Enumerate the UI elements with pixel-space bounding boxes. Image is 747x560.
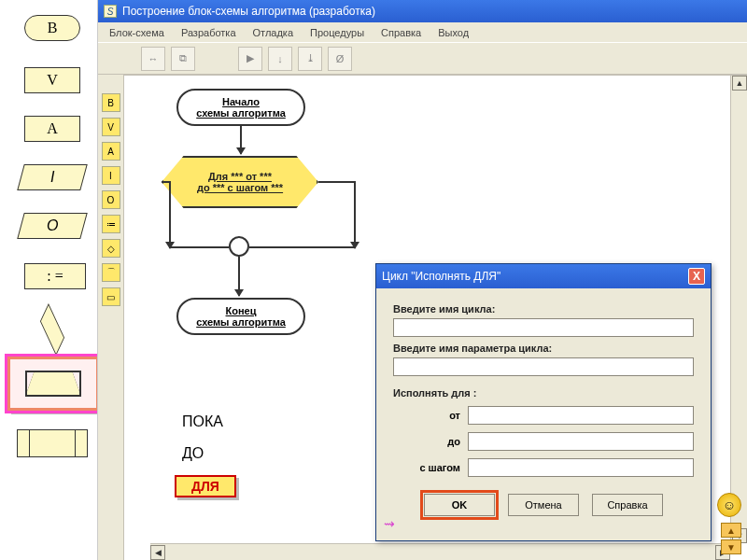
tool-grid-icon[interactable]: ⧉ [171, 47, 195, 71]
edge-left-h [169, 246, 229, 248]
flowchart-for-loop-node[interactable]: Для *** от *** до *** с шагом *** [162, 156, 318, 208]
input-cycle-name[interactable] [393, 318, 694, 337]
slide-nav: ▲ ▼ [721, 523, 741, 554]
row-from: от [393, 406, 694, 425]
vtool-input[interactable]: I [102, 166, 120, 185]
palette-var-button[interactable]: V [24, 67, 80, 93]
label-param-name: Введите имя параметра цикла: [393, 343, 694, 354]
help-button[interactable]: Справка [592, 494, 663, 516]
menu-help[interactable]: Справка [381, 27, 421, 38]
toolbar-separator [201, 47, 233, 71]
flowchart-end-node[interactable]: Конец схемы алгоритма [176, 298, 305, 335]
tool-run-icon[interactable]: ▶ [238, 47, 262, 71]
horizontal-scrollbar[interactable]: ◀ ▶ [150, 543, 730, 560]
dialog-close-button[interactable]: X [688, 268, 705, 285]
vertical-scrollbar[interactable]: ▲ ▼ [730, 76, 747, 543]
label-to: до [393, 436, 460, 447]
tool-stepinto-icon[interactable]: ↓ [268, 47, 292, 71]
trapezoid-icon [25, 371, 81, 397]
palette-input-button[interactable]: I [17, 164, 88, 190]
vtool-var[interactable]: V [102, 118, 120, 136]
dialog-titlebar[interactable]: Цикл "Исполнять ДЛЯ" X [376, 264, 711, 288]
palette-o-label: O [47, 217, 58, 234]
smiley-icon: ☺ [717, 493, 741, 517]
palette-assign-button[interactable]: : = [24, 263, 86, 289]
vtool-decision[interactable]: ◇ [102, 239, 120, 258]
edge-left-down [169, 181, 171, 248]
label-dlya-selected[interactable]: ДЛЯ [175, 475, 236, 497]
hex-text: Для *** от *** до *** с шагом *** [162, 156, 318, 208]
vtool-loop[interactable]: ⌒ [102, 263, 120, 282]
row-step: с шагом [393, 458, 694, 477]
label-step: с шагом [393, 462, 460, 473]
menu-dev[interactable]: Разработка [181, 27, 236, 38]
vtool-assign[interactable]: ≔ [102, 215, 120, 233]
toolbar: ↔ ⧉ ▶ ↓ ⤓ Ø [98, 43, 747, 75]
label-execute-for: Исполнять для : [393, 387, 694, 399]
dialog-arrow-icon: ⇝ [384, 516, 395, 531]
for-loop-dialog: Цикл "Исполнять ДЛЯ" X Введите имя цикла… [375, 263, 712, 541]
label-poka: ПОКА [182, 413, 223, 430]
menu-debug[interactable]: Отладка [253, 27, 293, 38]
end-line2: схемы алгоритма [196, 316, 286, 328]
label-dlya-text: ДЛЯ [191, 479, 219, 494]
dialog-buttons: OK Отмена Справка [393, 494, 694, 516]
connector-circle[interactable] [229, 236, 249, 257]
app-icon-letter: S [107, 7, 114, 17]
app-icon: S [104, 5, 117, 18]
label-do: ДО [182, 445, 204, 462]
row-to: до [393, 432, 694, 451]
down-icon: ▼ [726, 542, 736, 553]
cancel-button[interactable]: Отмена [508, 494, 579, 516]
ok-button[interactable]: OK [424, 494, 495, 516]
palette-a-label: A [47, 120, 58, 137]
palette-loop-button-selected[interactable] [7, 357, 99, 411]
menu-scheme[interactable]: Блок-схема [109, 27, 164, 38]
external-palette: B V A I O : = [0, 0, 97, 560]
palette-subroutine-button[interactable] [17, 429, 88, 457]
tool-stop-icon[interactable]: Ø [328, 47, 352, 71]
up-icon: ▲ [726, 525, 736, 536]
edge-right-down [354, 181, 356, 248]
palette-v-label: V [47, 72, 58, 89]
input-to[interactable] [468, 432, 694, 451]
palette-assign-label: : = [47, 268, 63, 285]
arrow-1 [240, 126, 242, 154]
palette-b-label: B [48, 20, 58, 36]
input-from[interactable] [468, 406, 694, 425]
vtool-action[interactable]: A [102, 142, 120, 161]
app-title: Построение блок-схемы алгоритма (разрабо… [122, 5, 375, 18]
vtool-output[interactable]: О [102, 190, 120, 209]
palette-output-button[interactable]: O [17, 213, 88, 239]
tool-stepover-icon[interactable]: ⤓ [298, 47, 322, 71]
palette-i-label: I [50, 169, 54, 186]
palette-decision-button[interactable] [28, 317, 77, 342]
edge-left-stub [162, 181, 171, 183]
vertical-toolbox: B V A I О ≔ ◇ ⌒ ▭ [98, 75, 124, 560]
nav-up-button[interactable]: ▲ [721, 523, 741, 538]
loop-line2: до *** с шагом *** [197, 182, 283, 193]
arrow-to-end [238, 257, 240, 296]
label-cycle-name: Введите имя цикла: [393, 303, 694, 315]
menubar: Блок-схема Разработка Отладка Процедуры … [98, 22, 747, 43]
flowchart-start-node[interactable]: Начало схемы алгоритма [176, 89, 305, 126]
palette-begin-button[interactable]: B [24, 15, 80, 41]
tool-arrange-icon[interactable]: ↔ [141, 47, 165, 71]
menu-proc[interactable]: Процедуры [310, 27, 364, 38]
scroll-left-icon[interactable]: ◀ [150, 545, 165, 560]
titlebar: S Построение блок-схемы алгоритма (разра… [98, 0, 747, 22]
start-line1: Начало [222, 96, 260, 107]
edge-right [318, 181, 356, 183]
nav-down-button[interactable]: ▼ [721, 539, 741, 554]
dialog-body: Введите имя цикла: Введите имя параметра… [376, 288, 711, 540]
menu-exit[interactable]: Выход [438, 27, 469, 38]
input-step[interactable] [468, 458, 694, 477]
input-param-name[interactable] [393, 357, 694, 376]
palette-action-button[interactable]: A [24, 116, 80, 142]
edge-to-circle [249, 246, 356, 248]
vtool-sub[interactable]: ▭ [102, 287, 120, 306]
label-from: от [393, 410, 460, 421]
scroll-up-icon[interactable]: ▲ [732, 76, 747, 91]
start-line2: схемы алгоритма [196, 107, 286, 119]
vtool-begin[interactable]: B [102, 93, 120, 112]
